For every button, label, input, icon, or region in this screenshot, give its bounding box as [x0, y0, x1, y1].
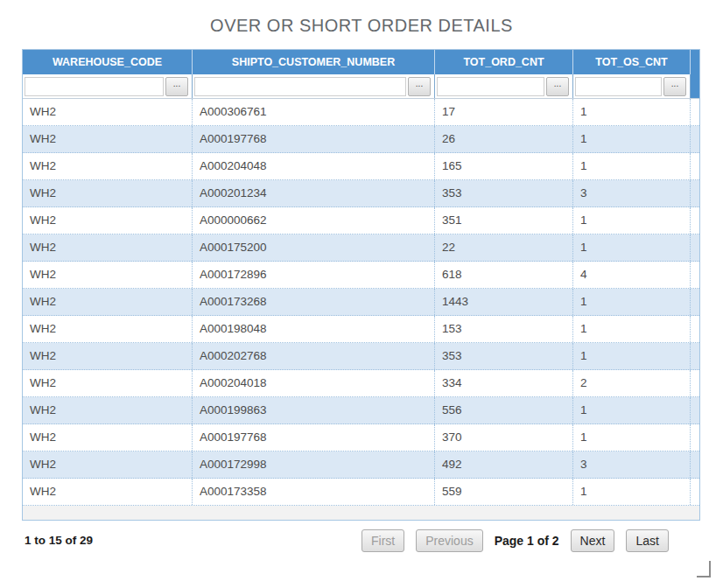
table-cell: 618 [435, 262, 573, 288]
table-row[interactable]: WH2A000306761171 [23, 99, 699, 126]
column-header-tot-ord-cnt[interactable]: TOT_ORD_CNT [435, 50, 573, 74]
row-count-summary: 1 to 15 of 29 [25, 534, 93, 547]
page-indicator: Page 1 of 2 [495, 534, 559, 548]
table-cell: 334 [435, 370, 573, 396]
table-cell: 559 [435, 479, 573, 505]
column-header-tot-os-cnt[interactable]: TOT_OS_CNT [573, 50, 691, 74]
table-cell: A000173358 [193, 479, 435, 505]
table-cell: 1 [573, 316, 691, 342]
filter-menu-button[interactable]: ... [408, 77, 431, 96]
table-cell: 4 [573, 262, 691, 288]
pager-controls: First Previous Page 1 of 2 Next Last [362, 528, 669, 554]
table-cell: WH2 [23, 343, 193, 369]
table-cell: 492 [435, 452, 573, 478]
table-cell: WH2 [23, 262, 193, 288]
table-cell: 153 [435, 316, 573, 342]
filler-cell [691, 397, 699, 424]
filler-cell [691, 262, 699, 288]
pager: 1 to 15 of 29 First Previous Page 1 of 2… [0, 528, 723, 554]
filter-input-tot-os-cnt[interactable] [575, 77, 662, 96]
table-cell: WH2 [23, 289, 193, 315]
filter-menu-button[interactable]: ... [165, 77, 188, 96]
filler-cell [691, 479, 699, 505]
table-row[interactable]: WH2A0002027683531 [23, 343, 699, 370]
first-page-button[interactable]: First [362, 529, 404, 552]
table-cell: WH2 [23, 99, 193, 125]
table-cell: 1 [573, 343, 691, 369]
table-cell: WH2 [23, 234, 193, 261]
table-cell: 1 [573, 99, 691, 125]
table-row[interactable]: WH2A0002040481651 [23, 153, 699, 180]
table-cell: A000201234 [193, 180, 435, 206]
table-cell: 3 [573, 452, 691, 478]
page-title: OVER OR SHORT ORDER DETAILS [0, 16, 723, 36]
table-cell: 370 [435, 424, 573, 451]
filler-cell [691, 343, 699, 369]
filler-cell [691, 207, 699, 234]
table-cell: WH2 [23, 452, 193, 478]
grid-body: WH2A000306761171WH2A000197768261WH2A0002… [23, 99, 699, 506]
filter-cell-warehouse-code: ... [23, 74, 193, 98]
table-row[interactable]: WH2A0002040183342 [23, 370, 699, 397]
previous-page-button[interactable]: Previous [416, 529, 482, 552]
table-row[interactable]: WH2A0001998635561 [23, 397, 699, 424]
table-cell: WH2 [23, 126, 193, 152]
table-cell: A000000662 [193, 207, 435, 234]
last-page-button[interactable]: Last [626, 529, 668, 552]
filter-input-tot-ord-cnt[interactable] [437, 77, 544, 96]
filler-cell [691, 234, 699, 261]
filter-menu-button[interactable]: ... [546, 77, 569, 96]
table-cell: WH2 [23, 316, 193, 342]
table-cell: WH2 [23, 397, 193, 424]
table-cell: 353 [435, 180, 573, 206]
table-row[interactable]: WH2A0001729984923 [23, 452, 699, 479]
resize-handle[interactable] [697, 561, 711, 578]
table-cell: A000199863 [193, 397, 435, 424]
table-cell: A000175200 [193, 234, 435, 261]
table-cell: A000204048 [193, 153, 435, 179]
table-cell: 1 [573, 234, 691, 261]
filter-cell-shipto-customer-number: ... [193, 74, 435, 98]
filter-filler-strip [691, 74, 699, 98]
table-row[interactable]: WH2A0000006623511 [23, 207, 699, 234]
column-header-warehouse-code[interactable]: WAREHOUSE_CODE [23, 50, 193, 74]
table-cell: A000172896 [193, 262, 435, 288]
table-row[interactable]: WH2A0001733585591 [23, 479, 699, 506]
column-header-shipto-customer-number[interactable]: SHIPTO_CUSTOMER_NUMBER [193, 50, 435, 74]
table-cell: A000172998 [193, 452, 435, 478]
filler-cell [691, 180, 699, 206]
filter-input-warehouse-code[interactable] [25, 77, 164, 96]
table-cell: 353 [435, 343, 573, 369]
filter-input-shipto-customer-number[interactable] [194, 77, 406, 96]
filler-cell [691, 424, 699, 451]
filler-cell [691, 153, 699, 179]
table-cell: 17 [435, 99, 573, 125]
table-cell: 1443 [435, 289, 573, 315]
table-cell: WH2 [23, 370, 193, 396]
filler-cell [691, 289, 699, 315]
table-cell: 22 [435, 234, 573, 261]
table-row[interactable]: WH2A00017326814431 [23, 289, 699, 316]
table-row[interactable]: WH2A0001977683701 [23, 424, 699, 452]
filler-cell [691, 316, 699, 342]
table-row[interactable]: WH2A000197768261 [23, 126, 699, 153]
filler-cell [691, 452, 699, 478]
table-cell: 1 [573, 207, 691, 234]
table-row[interactable]: WH2A0002012343533 [23, 180, 699, 207]
grid-footer-strip [23, 506, 699, 520]
filter-cell-tot-os-cnt: ... [573, 74, 691, 98]
table-row[interactable]: WH2A0001728966184 [23, 262, 699, 289]
table-cell: 351 [435, 207, 573, 234]
table-cell: 1 [573, 126, 691, 152]
table-cell: A000173268 [193, 289, 435, 315]
table-cell: 1 [573, 424, 691, 451]
next-page-button[interactable]: Next [571, 529, 615, 552]
grid-filter-row: ... ... ... ... [23, 74, 699, 99]
table-cell: WH2 [23, 153, 193, 179]
table-row[interactable]: WH2A000175200221 [23, 234, 699, 262]
table-cell: 2 [573, 370, 691, 396]
table-row[interactable]: WH2A0001980481531 [23, 316, 699, 343]
table-cell: A000197768 [193, 126, 435, 152]
filter-menu-button[interactable]: ... [663, 77, 686, 96]
table-cell: A000202768 [193, 343, 435, 369]
